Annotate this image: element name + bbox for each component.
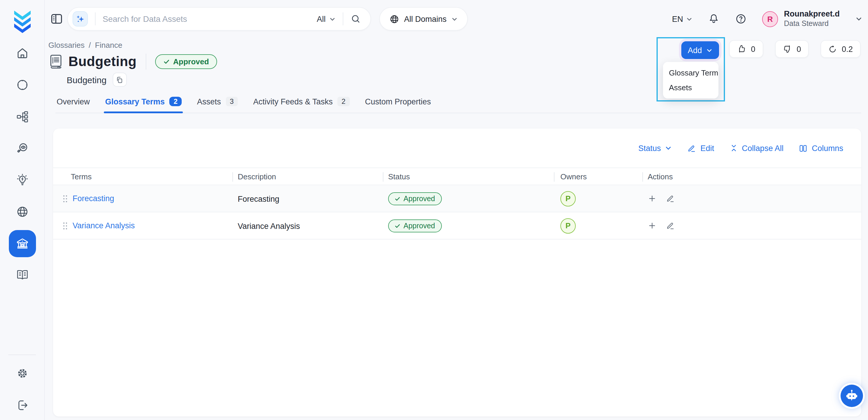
brand-logo[interactable]: [12, 7, 32, 33]
collapse-all-button[interactable]: Collapse All: [730, 144, 783, 152]
sidebar-item-glossary[interactable]: [11, 263, 34, 287]
sidebar-item-governance-active[interactable]: [9, 230, 36, 257]
avatar-initial: R: [768, 14, 773, 23]
drag-handle-icon[interactable]: [63, 194, 68, 203]
copy-icon: [116, 76, 123, 84]
tab-glossary-terms[interactable]: Glossary Terms 2: [104, 94, 183, 113]
owner-avatar[interactable]: P: [560, 218, 576, 233]
sidebar-item-settings[interactable]: [11, 362, 34, 385]
table-row: Forecasting Forecasting Approved P: [53, 185, 861, 212]
main-content: All All Domains EN: [45, 0, 868, 420]
pencil-icon: [687, 144, 696, 152]
columns-button[interactable]: Columns: [799, 144, 843, 152]
thumbs-up-icon: [737, 44, 746, 54]
table-row: Variance Analysis Variance Analysis Appr…: [53, 212, 861, 239]
help-icon[interactable]: [735, 13, 747, 25]
search-input[interactable]: [103, 14, 317, 24]
sidebar-item-insights[interactable]: [11, 168, 34, 192]
column-header-owners: Owners: [555, 168, 643, 185]
tab-label: Overview: [57, 97, 90, 106]
upvote-button[interactable]: 0: [729, 40, 763, 58]
collapse-all-label: Collapse All: [742, 144, 783, 152]
column-header-status: Status: [383, 168, 555, 185]
menu-item-glossary-term[interactable]: Glossary Term: [663, 65, 718, 80]
user-name: Rounakpreet.d: [784, 9, 840, 20]
page-subtitle: Budgeting: [67, 74, 106, 85]
term-link[interactable]: Variance Analysis: [72, 221, 135, 230]
sidebar-item-explore[interactable]: [11, 73, 34, 97]
glossary-terms-card: Status Edit Collapse All Columns: [53, 129, 861, 417]
tab-overview[interactable]: Overview: [56, 94, 91, 113]
chatbot-button[interactable]: [841, 385, 863, 407]
chevron-down-icon[interactable]: [855, 16, 862, 22]
term-link[interactable]: Forecasting: [72, 194, 114, 203]
tab-label: Custom Properties: [365, 97, 431, 106]
add-menu-highlight-box: Add Glossary Term Assets: [656, 37, 725, 101]
globe-icon: [389, 14, 399, 24]
search-icon[interactable]: [350, 13, 361, 24]
status-badge: Approved: [155, 54, 217, 69]
tab-activity-feeds[interactable]: Activity Feeds & Tasks 2: [252, 94, 351, 113]
chevron-down-icon: [706, 47, 713, 53]
add-child-term-icon[interactable]: [648, 221, 656, 230]
status-filter-dropdown[interactable]: Status: [638, 144, 672, 152]
sidebar-item-domains[interactable]: [11, 200, 34, 223]
lineage-icon: [16, 110, 29, 123]
table-body: Forecasting Forecasting Approved P: [53, 185, 861, 239]
add-button[interactable]: Add: [681, 41, 719, 59]
chevron-down-icon: [451, 16, 458, 22]
language-selector[interactable]: EN: [672, 14, 692, 23]
breadcrumb-separator: /: [89, 41, 91, 50]
tab-assets[interactable]: Assets 3: [196, 94, 239, 113]
status-filter-label: Status: [638, 144, 661, 152]
row-status-label: Approved: [403, 221, 435, 230]
user-menu[interactable]: Rounakpreet.d Data Steward: [784, 9, 840, 29]
left-sidebar: [0, 0, 45, 420]
search-scope-label: All: [317, 14, 326, 23]
ai-sparkle-icon[interactable]: [72, 11, 88, 27]
edit-term-icon[interactable]: [666, 194, 675, 203]
sidebar-item-observability[interactable]: [11, 136, 34, 160]
open-book-icon: [16, 268, 29, 281]
chevron-down-icon: [665, 145, 672, 152]
sidebar-toggle-icon[interactable]: [50, 12, 64, 26]
tab-label: Activity Feeds & Tasks: [253, 97, 333, 106]
row-status-badge: Approved: [388, 219, 441, 232]
edit-label: Edit: [701, 144, 714, 152]
sidebar-item-logout[interactable]: [11, 393, 34, 417]
glossary-terms-table: Terms Description Status Owners Actions …: [53, 168, 861, 239]
version-button[interactable]: 0.2: [820, 40, 861, 58]
owner-avatar[interactable]: P: [560, 191, 576, 206]
insights-icon: [16, 173, 29, 186]
menu-item-assets[interactable]: Assets: [663, 80, 718, 95]
tab-custom-properties[interactable]: Custom Properties: [364, 94, 432, 113]
add-child-term-icon[interactable]: [648, 194, 656, 203]
downvote-button[interactable]: 0: [775, 40, 809, 58]
owner-initial: P: [565, 221, 570, 230]
all-domains-dropdown[interactable]: All Domains: [379, 7, 468, 31]
drag-handle-icon[interactable]: [63, 221, 68, 230]
compass-icon: [16, 79, 29, 91]
breadcrumb-glossaries[interactable]: Glossaries: [49, 41, 85, 50]
edit-term-icon[interactable]: [666, 221, 675, 230]
version-number: 0.2: [842, 44, 853, 53]
tab-label: Glossary Terms: [105, 97, 165, 106]
edit-button[interactable]: Edit: [687, 144, 714, 152]
page-title: Budgeting: [68, 54, 136, 69]
sidebar-item-lineage[interactable]: [11, 105, 34, 129]
check-icon: [163, 58, 169, 65]
row-status-label: Approved: [403, 194, 435, 203]
user-avatar[interactable]: R: [762, 11, 778, 27]
chevron-down-icon: [329, 16, 336, 22]
notifications-bell-icon[interactable]: [708, 13, 720, 25]
global-search-bar[interactable]: All: [67, 7, 371, 31]
table-header-row: Terms Description Status Owners Actions: [53, 168, 861, 185]
app-window: All All Domains EN: [0, 0, 868, 420]
add-button-label: Add: [688, 46, 702, 55]
breadcrumb-finance[interactable]: Finance: [95, 41, 122, 50]
search-scope-dropdown[interactable]: All: [317, 14, 336, 23]
row-status-badge: Approved: [388, 192, 441, 205]
copy-button[interactable]: [112, 72, 127, 87]
sidebar-item-home[interactable]: [11, 41, 34, 65]
collapse-vertical-icon: [730, 144, 738, 152]
